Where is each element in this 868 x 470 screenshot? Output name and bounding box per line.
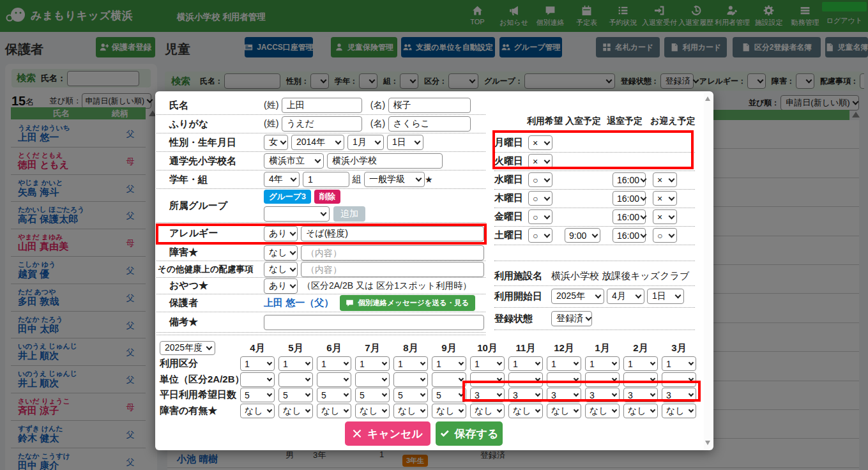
grade-select[interactable]: 4年 — [264, 172, 300, 187]
first-name-input[interactable] — [388, 98, 471, 113]
usage-select-1-3[interactable] — [355, 372, 390, 387]
class-input[interactable] — [303, 172, 349, 187]
usage-select-2-6[interactable]: 3 — [470, 388, 505, 402]
usage-select-0-0[interactable]: 1 — [240, 356, 275, 371]
usage-select-2-5[interactable]: 5 — [432, 388, 466, 402]
usage-select-3-9[interactable]: なし — [585, 404, 620, 418]
fiscal-year-select[interactable]: 2025年度 — [160, 341, 215, 355]
pickup-select-木曜日[interactable]: × — [653, 191, 677, 206]
scroll-up-icon[interactable] — [705, 96, 710, 101]
usage-select-0-6[interactable]: 1 — [470, 356, 505, 371]
usage-select-3-5[interactable]: なし — [432, 404, 466, 418]
usage-select-1-7[interactable] — [508, 372, 543, 387]
usage-select-0-2[interactable]: 1 — [317, 356, 351, 371]
snack-select[interactable]: あり — [264, 278, 298, 294]
usage-select-3-6[interactable]: なし — [470, 404, 505, 418]
usage-select-2-2[interactable]: 5 — [317, 388, 351, 402]
health-select[interactable]: なし — [264, 262, 298, 277]
school-type-select[interactable]: 横浜市立 — [264, 153, 324, 169]
usage-select-2-8[interactable]: 3 — [547, 388, 581, 402]
usage-select-0-9[interactable]: 1 — [585, 356, 620, 371]
birth-month-select[interactable]: 1月 — [347, 135, 384, 150]
disability-detail-input[interactable] — [301, 245, 484, 261]
wish-select-土曜日[interactable]: ○ — [528, 228, 552, 243]
start-day-select[interactable]: 1日 — [647, 289, 684, 304]
wish-select-月曜日[interactable]: × — [528, 135, 552, 150]
usage-select-1-9[interactable] — [585, 372, 620, 387]
save-button[interactable]: 保存する — [436, 421, 503, 446]
usage-select-0-8[interactable]: 1 — [547, 356, 581, 371]
usage-select-2-3[interactable]: 5 — [355, 388, 390, 402]
pickup-select-水曜日[interactable]: × — [653, 172, 677, 187]
usage-select-1-4[interactable] — [393, 372, 428, 387]
disability-select[interactable]: なし — [264, 245, 298, 261]
usage-select-0-10[interactable]: 1 — [623, 356, 658, 371]
entry-time-select-土曜日[interactable]: 9:00 — [565, 228, 600, 243]
allergy-select[interactable]: あり — [264, 226, 298, 241]
usage-select-3-10[interactable]: なし — [623, 404, 658, 418]
birth-day-select[interactable]: 1日 — [387, 135, 423, 150]
usage-select-0-3[interactable]: 1 — [355, 356, 390, 371]
send-message-button[interactable]: 個別連絡メッセージを送る・見る — [340, 295, 475, 311]
status-select[interactable]: 登録済 — [551, 311, 592, 326]
usage-select-1-6[interactable] — [470, 372, 505, 387]
usage-select-0-7[interactable]: 1 — [508, 356, 543, 371]
usage-select-0-4[interactable]: 1 — [393, 356, 428, 371]
usage-select-3-1[interactable]: なし — [278, 404, 313, 418]
usage-select-0-11[interactable]: 1 — [662, 356, 696, 371]
usage-select-2-0[interactable]: 5 — [240, 388, 275, 402]
pickup-select-金曜日[interactable]: × — [653, 209, 677, 224]
first-kana-input[interactable] — [388, 116, 471, 132]
group-add-button[interactable]: 追加 — [333, 206, 365, 222]
usage-select-2-11[interactable]: 3 — [662, 388, 696, 402]
modal-scrollbar[interactable] — [704, 93, 712, 449]
start-year-select[interactable]: 2025年 — [551, 289, 604, 304]
class-type-select[interactable]: 一般学級 — [364, 172, 425, 187]
wish-select-水曜日[interactable]: ○ — [528, 172, 552, 187]
exit-time-select-金曜日[interactable]: 16:00 — [613, 209, 646, 224]
last-name-input[interactable] — [282, 98, 362, 113]
exit-time-select-土曜日[interactable]: 16:00 — [613, 228, 646, 243]
health-detail-input[interactable] — [301, 262, 484, 277]
pickup-select-土曜日[interactable]: ○ — [653, 228, 677, 243]
usage-select-0-1[interactable]: 1 — [278, 356, 313, 371]
usage-select-1-11[interactable] — [662, 372, 696, 387]
usage-select-1-1[interactable] — [278, 372, 313, 387]
birth-year-select[interactable]: 2014年 — [291, 135, 344, 150]
scroll-down-icon[interactable] — [705, 441, 710, 445]
usage-select-3-4[interactable]: なし — [393, 404, 428, 418]
usage-select-1-10[interactable] — [623, 372, 658, 387]
usage-select-2-9[interactable]: 3 — [585, 388, 620, 402]
usage-select-1-2[interactable] — [317, 372, 351, 387]
start-month-select[interactable]: 4月 — [607, 289, 644, 304]
usage-select-2-4[interactable]: 5 — [393, 388, 428, 402]
usage-select-3-11[interactable]: なし — [662, 404, 696, 418]
group-delete-button[interactable]: 削除 — [314, 190, 340, 204]
usage-select-2-7[interactable]: 3 — [508, 388, 543, 402]
group-select[interactable] — [264, 206, 330, 222]
usage-select-1-5[interactable] — [432, 372, 466, 387]
usage-select-0-5[interactable]: 1 — [432, 356, 466, 371]
wish-select-火曜日[interactable]: × — [528, 154, 552, 169]
usage-select-1-8[interactable] — [547, 372, 581, 387]
usage-select-1-0[interactable] — [240, 372, 275, 387]
chevron-down-icon — [650, 391, 655, 397]
school-name-input[interactable] — [327, 153, 443, 169]
usage-select-3-0[interactable]: なし — [240, 404, 275, 418]
exit-time-select-木曜日[interactable]: 16:00 — [613, 191, 646, 206]
gender-select[interactable]: 女 — [264, 135, 288, 150]
wish-select-木曜日[interactable]: ○ — [528, 191, 552, 206]
usage-select-2-1[interactable]: 5 — [278, 388, 313, 402]
usage-select-3-3[interactable]: なし — [355, 404, 390, 418]
memo-input[interactable] — [264, 315, 484, 330]
usage-select-3-7[interactable]: なし — [508, 404, 543, 418]
usage-select-3-2[interactable]: なし — [317, 404, 351, 418]
usage-select-2-10[interactable]: 3 — [623, 388, 658, 402]
exit-time-select-水曜日[interactable]: 16:00 — [613, 172, 646, 187]
usage-select-3-8[interactable]: なし — [547, 404, 581, 418]
allergy-detail-input[interactable] — [301, 226, 484, 241]
cancel-button[interactable]: キャンセル — [345, 421, 430, 446]
parent-link[interactable]: 上田 悠一（父） — [264, 297, 333, 309]
wish-select-金曜日[interactable]: ○ — [528, 209, 552, 224]
last-kana-input[interactable] — [282, 116, 362, 132]
